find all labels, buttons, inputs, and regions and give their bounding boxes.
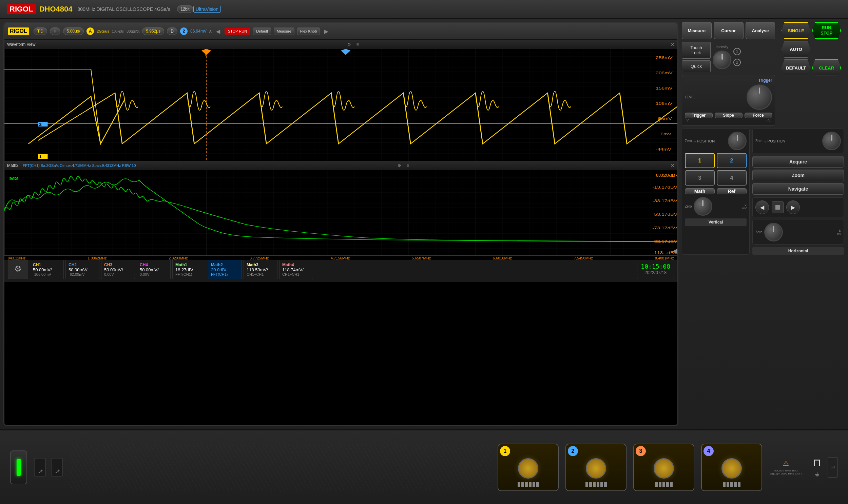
time-display[interactable]: 5.952μs	[142, 28, 164, 35]
zoom-button[interactable]: Zoom	[752, 169, 844, 181]
slope-button[interactable]: Slope	[715, 113, 742, 118]
math3-status[interactable]: Math3 118.53mV/ CH1+CH1	[243, 259, 277, 279]
clear-button[interactable]: CLEAR	[812, 59, 841, 76]
mv-label: mV	[766, 119, 771, 122]
freq-label-3: 2.8293MHz	[168, 256, 187, 260]
svg-text:206mV: 206mV	[656, 71, 672, 75]
auto-button[interactable]: AUTO	[781, 41, 810, 58]
svg-text:106mV: 106mV	[656, 102, 672, 106]
nav-arrows: ◀	[216, 28, 220, 35]
zero-label-horiz: Zero	[755, 139, 762, 143]
bnc-2[interactable]	[586, 458, 606, 479]
fft-settings-icon[interactable]: ⚙	[398, 163, 401, 168]
nav-stop-button[interactable]	[772, 201, 783, 213]
vertical-scale-knob[interactable]	[694, 197, 712, 216]
probe-connector-2: 2	[565, 444, 627, 491]
fft-close-button[interactable]: ✕	[671, 163, 675, 168]
nav-right-button[interactable]: ▶	[786, 200, 800, 214]
acquire-button[interactable]: Acquire	[752, 156, 844, 167]
horizontal-position-knob[interactable]	[822, 131, 841, 150]
force-button[interactable]: Force	[744, 113, 772, 118]
horizontal-section-label: Horizontal	[752, 247, 844, 255]
square-wave-port: ⊓ ⏚	[813, 456, 821, 478]
ch3-button[interactable]: 3	[685, 170, 715, 185]
bnc-1[interactable]	[518, 458, 538, 479]
ch4-status[interactable]: CH4 50.00mV/ 0.00V	[137, 259, 170, 279]
fft-panel-title: Math2	[7, 163, 18, 168]
h-scale-ns: nS	[837, 232, 841, 236]
math4-status[interactable]: Math4 118.74mV/ CH1+CH1	[279, 259, 313, 279]
settings-gear-button[interactable]: ⚙	[8, 259, 28, 279]
rigol-logo-top: RIGOL	[7, 4, 36, 14]
math1-sub: FFT(CH1)	[175, 272, 203, 276]
bnc-3[interactable]	[654, 458, 674, 479]
scale-label-mv: mV	[742, 206, 747, 210]
samplerate-display: 2GSa/s	[97, 29, 109, 33]
nav-left-button[interactable]: ◀	[755, 200, 769, 214]
panel-settings-icon[interactable]: ⚙	[347, 42, 351, 47]
freq-label-7: 6.6018MHz	[493, 256, 512, 260]
vertical-position-knob[interactable]	[728, 131, 746, 150]
ch2-button[interactable]: 2	[717, 153, 746, 168]
navigate-button[interactable]: Navigate	[752, 183, 844, 195]
h-scale-labels: S nS	[837, 229, 841, 236]
run-stop-button[interactable]: RUN STOP	[812, 22, 841, 39]
indicator-1[interactable]: 1	[733, 48, 741, 55]
stop-run-button[interactable]: STOP RUN	[224, 28, 250, 35]
ch4-button[interactable]: 4	[717, 170, 746, 185]
mode-button[interactable]: T'D	[34, 28, 47, 35]
ch-a-button[interactable]: A	[87, 28, 94, 35]
probe-pin-3-4	[666, 482, 669, 487]
model-dho: DHO4804	[39, 5, 73, 13]
math-button[interactable]: Math	[685, 188, 715, 194]
pts-display: 500ps/pt	[127, 30, 140, 33]
trigger-button[interactable]: Trigger	[685, 113, 712, 118]
probe-pin-1-2	[521, 482, 524, 487]
bnc-4[interactable]	[721, 458, 742, 479]
trigger-section: Trigger LEVEL Trigger Slope Force V	[682, 75, 775, 126]
timebase-value[interactable]: 5.00μs/	[63, 28, 84, 35]
probe-number-4: 4	[704, 446, 714, 456]
screen-area: RIGOL T'D H 5.00μs/ A 2GSa/s 100kpts 500…	[3, 22, 679, 426]
svg-text:-93.17dBV: -93.17dBV	[652, 239, 678, 244]
math1-status[interactable]: Math1 18.27dB/ FFT(CH1)	[172, 259, 206, 279]
ch1-status[interactable]: CH1 50.00mV/ -106.00mV	[30, 259, 64, 279]
probe-pin-4-5	[738, 482, 740, 487]
ch2-status[interactable]: CH2 50.00mV/ -62.00mV	[66, 259, 100, 279]
ref-button[interactable]: Ref	[717, 188, 746, 194]
waveform-panel-header: Waveform View ⚙ ≡ ✕	[4, 40, 678, 49]
hex-buttons-group: SINGLE RUN STOP AUTO DEFAULT CLEAR	[778, 22, 845, 76]
math2-status[interactable]: Math2 20.0dB/ FFT(CH1)	[208, 259, 242, 279]
measure-button[interactable]: Measure	[682, 22, 711, 39]
power-button[interactable]	[10, 450, 27, 484]
usb-symbol-2: ⎇	[54, 469, 60, 474]
flex-knob-button[interactable]: Flex Knob	[297, 28, 320, 35]
analyse-button[interactable]: Analyse	[745, 22, 775, 39]
trigger-ch-button[interactable]: 2	[180, 28, 187, 35]
trigger-level-knob[interactable]	[746, 85, 772, 110]
intensity-knob[interactable]	[712, 51, 731, 69]
fft-menu-icon[interactable]: ≡	[407, 163, 409, 168]
panel-menu-icon[interactable]: ≡	[357, 42, 359, 47]
quick-button[interactable]: Quick	[682, 60, 710, 72]
ch1-button[interactable]: 1	[685, 153, 715, 168]
scale-labels: V mV	[742, 203, 747, 210]
delay-label: D	[167, 28, 177, 35]
fft-panel-header: Math2 FFT(CH1) Sa:2GSa/s Center:4.7156MH…	[4, 161, 678, 170]
math4-label: Math4	[282, 263, 310, 267]
zero-label-hscale: Zero	[755, 230, 762, 234]
trigger-buttons-row: Trigger Slope Force	[685, 113, 772, 118]
touch-lock-button[interactable]: Touch Lock	[682, 42, 710, 59]
default-hex-button[interactable]: DEFAULT	[781, 59, 810, 76]
horizontal-scale-knob[interactable]	[764, 223, 783, 241]
measure-button[interactable]: Measure	[274, 28, 294, 35]
probe-pin-4-1	[723, 482, 725, 487]
position-label-vert: ⬦ POSITION	[694, 139, 715, 143]
cursor-button[interactable]: Cursor	[714, 22, 743, 39]
single-button[interactable]: SINGLE	[781, 22, 810, 39]
waveform-svg: T T 1 2 256mV 206mV	[4, 49, 678, 161]
indicator-2[interactable]: 2	[733, 59, 741, 66]
ch3-status[interactable]: CH3 50.00mV/ 0.00V	[101, 259, 135, 279]
panel-close-button[interactable]: ✕	[671, 42, 675, 47]
default-button[interactable]: Default	[253, 28, 271, 35]
